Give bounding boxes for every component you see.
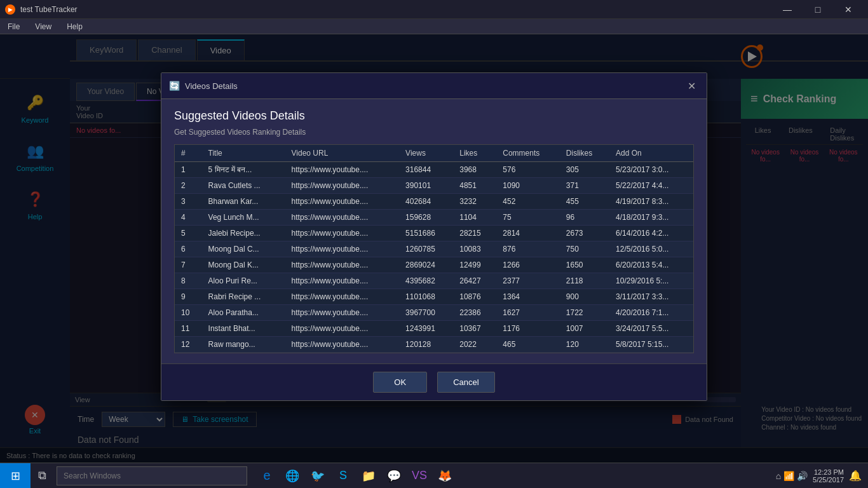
notification-icon[interactable]: 🔔 [849, 470, 862, 482]
cell-views-2: 402684 [399, 194, 453, 210]
cell-num-8: 9 [175, 289, 202, 305]
col-header-title: Title [202, 145, 285, 162]
cell-num-9: 10 [175, 305, 202, 321]
modal-ok-button[interactable]: OK [373, 372, 427, 393]
taskbar-right: ⌂ 📶 🔊 12:23 PM 5/25/2017 🔔 [770, 468, 868, 484]
cell-url-8: https://www.youtube.... [285, 289, 400, 305]
minimize-button[interactable]: — [773, 0, 802, 19]
modal-cancel-button[interactable]: Cancel [437, 372, 494, 393]
col-header-num: # [175, 145, 202, 162]
cell-addOn-9: 4/20/2016 7:1... [609, 305, 693, 321]
modal-heading: Suggested Videos Details [174, 109, 694, 123]
cell-dislikes-0: 305 [560, 162, 609, 178]
modal-subheading: Get Suggested Videos Ranking Details [174, 128, 694, 137]
cell-title-0: 5 मिनट में बन... [202, 162, 285, 178]
cell-views-1: 390101 [399, 178, 453, 194]
table-row: 5Jalebi Recipe...https://www.youtube....… [175, 226, 693, 241]
cell-likes-11: 2022 [453, 337, 496, 353]
cell-comments-2: 452 [496, 194, 560, 210]
taskbar-files[interactable]: 📁 [357, 464, 380, 487]
cell-views-8: 1101068 [399, 289, 453, 305]
taskbar-skype[interactable]: S [332, 464, 355, 487]
cell-comments-11: 465 [496, 337, 560, 353]
cell-dislikes-8: 900 [560, 289, 609, 305]
cell-url-7: https://www.youtube.... [285, 273, 400, 289]
modal-close-button[interactable]: ✕ [684, 78, 699, 93]
cell-views-3: 159628 [399, 210, 453, 226]
taskbar-app5[interactable]: 💬 [383, 464, 405, 487]
cell-views-6: 2869024 [399, 257, 453, 273]
cell-url-10: https://www.youtube.... [285, 321, 400, 337]
cell-title-1: Rava Cutlets ... [202, 178, 285, 194]
taskbar-time: 12:23 PM [813, 468, 844, 476]
window-title: test TubeTracker [20, 5, 78, 14]
cell-url-0: https://www.youtube.... [285, 162, 400, 178]
cell-dislikes-9: 1722 [560, 305, 609, 321]
taskbar-vs[interactable]: VS [408, 464, 431, 487]
cell-url-5: https://www.youtube.... [285, 241, 400, 257]
maximize-button[interactable]: □ [803, 0, 832, 19]
task-view-button[interactable]: ⧉ [31, 464, 53, 487]
cell-addOn-10: 3/24/2017 5:5... [609, 321, 693, 337]
cell-url-3: https://www.youtube.... [285, 210, 400, 226]
table-row: 12Raw mango...https://www.youtube....120… [175, 337, 693, 353]
cell-num-5: 6 [175, 241, 202, 257]
taskbar-search-input[interactable] [57, 466, 247, 485]
modal-table: # Title Video URL Views Likes Comments D… [175, 145, 693, 353]
cell-comments-0: 576 [496, 162, 560, 178]
table-row: 9Rabri Recipe ...https://www.youtube....… [175, 289, 693, 305]
cell-addOn-5: 12/5/2016 5:0... [609, 241, 693, 257]
cell-views-7: 4395682 [399, 273, 453, 289]
cell-title-10: Instant Bhat... [202, 321, 285, 337]
col-header-addon: Add On [609, 145, 693, 162]
taskbar-chrome[interactable]: 🌐 [281, 464, 304, 487]
cell-likes-6: 12499 [453, 257, 496, 273]
cell-comments-3: 75 [496, 210, 560, 226]
table-row: 8Aloo Puri Re...https://www.youtube....4… [175, 273, 693, 289]
cell-views-11: 120128 [399, 337, 453, 353]
modal-overlay: 🔄 Videos Details ✕ Suggested Videos Deta… [0, 34, 868, 488]
cell-title-2: Bharwan Kar... [202, 194, 285, 210]
taskbar-clock: 12:23 PM 5/25/2017 [813, 468, 844, 484]
col-header-url: Video URL [285, 145, 400, 162]
cell-addOn-4: 6/14/2016 4:2... [609, 226, 693, 241]
cell-title-5: Moong Dal C... [202, 241, 285, 257]
menu-file[interactable]: File [5, 21, 22, 32]
cell-url-11: https://www.youtube.... [285, 337, 400, 353]
cell-comments-5: 876 [496, 241, 560, 257]
table-row: 7Moong Dal K...https://www.youtube....28… [175, 257, 693, 273]
cell-comments-6: 1266 [496, 257, 560, 273]
cell-addOn-7: 10/29/2016 5:... [609, 273, 693, 289]
title-bar: ▶ test TubeTracker — □ ✕ [0, 0, 868, 19]
cell-dislikes-11: 120 [560, 337, 609, 353]
cell-likes-9: 22386 [453, 305, 496, 321]
cell-title-9: Aloo Paratha... [202, 305, 285, 321]
taskbar-app3[interactable]: 🐦 [306, 464, 329, 487]
cell-addOn-0: 5/23/2017 3:0... [609, 162, 693, 178]
start-button[interactable]: ⊞ [0, 463, 31, 489]
table-row: 10Aloo Paratha...https://www.youtube....… [175, 305, 693, 321]
cell-dislikes-5: 750 [560, 241, 609, 257]
cell-addOn-3: 4/18/2017 9:3... [609, 210, 693, 226]
close-button[interactable]: ✕ [834, 0, 863, 19]
menu-view[interactable]: View [32, 21, 54, 32]
cell-comments-1: 1090 [496, 178, 560, 194]
cell-num-4: 5 [175, 226, 202, 241]
menu-bar: File View Help [0, 19, 868, 34]
title-bar-left: ▶ test TubeTracker [5, 4, 78, 15]
modal-footer: OK Cancel [161, 363, 707, 400]
cell-url-9: https://www.youtube.... [285, 305, 400, 321]
taskbar-app6[interactable]: 🦊 [433, 464, 456, 487]
cell-num-1: 2 [175, 178, 202, 194]
taskbar-edge[interactable]: e [255, 464, 278, 487]
cell-likes-10: 10367 [453, 321, 496, 337]
modal-title-bar: 🔄 Videos Details ✕ [161, 73, 707, 99]
taskbar-icons: ⌂ 📶 🔊 [776, 471, 808, 481]
cell-num-3: 4 [175, 210, 202, 226]
cell-title-6: Moong Dal K... [202, 257, 285, 273]
cell-title-11: Raw mango... [202, 337, 285, 353]
cell-dislikes-3: 96 [560, 210, 609, 226]
cell-comments-8: 1364 [496, 289, 560, 305]
menu-help[interactable]: Help [64, 21, 85, 32]
modal-table-container[interactable]: # Title Video URL Views Likes Comments D… [174, 144, 694, 353]
